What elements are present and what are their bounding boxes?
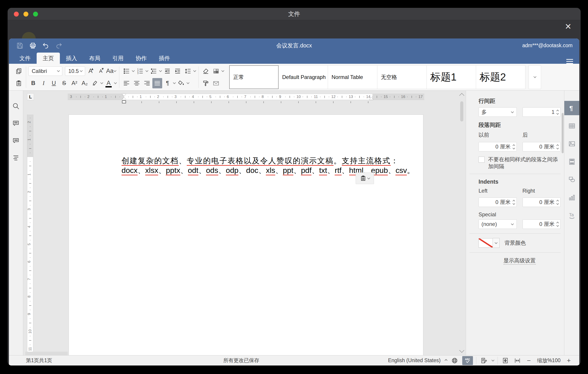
special-indent-spinner[interactable]: 0 厘米	[523, 220, 561, 229]
align-center-button[interactable]	[132, 78, 142, 88]
nonprinting-chars-button[interactable]: ¶	[163, 78, 172, 88]
tab-插入[interactable]: 插入	[60, 53, 83, 64]
tab-文件[interactable]: 文件	[13, 53, 37, 64]
highlight-dropdown-icon[interactable]	[100, 81, 103, 84]
numbered-list-button[interactable]: 123	[135, 66, 145, 76]
paragraph-line-1[interactable]: 创建复杂的文档、专业的电子表格以及令人赞叹的演示文稿。支持主流格式：	[122, 156, 399, 166]
scroll-down-icon[interactable]	[459, 348, 464, 353]
vertical-ruler[interactable]: 211234567891011	[27, 113, 33, 351]
copy-button[interactable]	[14, 66, 24, 76]
indent-right-spinner[interactable]: 0 厘米	[523, 198, 561, 207]
subscript-button[interactable]: A₂	[80, 78, 90, 88]
set-language-globe-icon[interactable]	[450, 356, 459, 365]
spacing-after-spinner[interactable]: 0 厘米	[523, 142, 561, 152]
fit-page-icon[interactable]	[501, 356, 510, 365]
header-footer-icon[interactable]	[564, 154, 579, 169]
shading-dropdown-icon[interactable]	[187, 81, 189, 84]
special-indent-select[interactable]: (none)	[479, 220, 517, 229]
shape-icon[interactable]	[564, 173, 579, 187]
comment-icon[interactable]	[12, 120, 21, 128]
style-item[interactable]: 无空格	[377, 65, 427, 89]
tab-布局[interactable]: 布局	[83, 53, 106, 64]
bullet-list-dropdown-icon[interactable]	[132, 69, 135, 72]
spacing-before-spinner[interactable]: 0 厘米	[479, 142, 517, 152]
menu-hamburger-icon[interactable]	[566, 58, 574, 65]
font-name-select[interactable]: Calibri	[28, 66, 62, 76]
track-changes-dropdown-icon[interactable]	[492, 359, 494, 362]
zoom-out-button[interactable]: −	[525, 357, 533, 364]
font-color-dropdown-icon[interactable]	[114, 81, 117, 84]
language-caret-icon[interactable]	[445, 359, 448, 362]
mail-merge-button[interactable]	[211, 78, 221, 88]
increase-indent-button[interactable]	[173, 66, 182, 76]
style-item[interactable]: 正常	[229, 65, 279, 89]
style-item[interactable]: Normal Table	[328, 65, 377, 89]
style-item[interactable]: 标题1	[427, 65, 476, 89]
first-line-indent-marker[interactable]	[122, 94, 126, 96]
track-changes-icon[interactable]	[479, 356, 488, 365]
highlight-color-button[interactable]	[90, 78, 100, 88]
superscript-button[interactable]: A²	[70, 78, 79, 88]
color-scheme-dropdown-icon[interactable]	[221, 69, 224, 72]
shading-button[interactable]	[176, 78, 186, 88]
text-art-icon[interactable]: Ta	[564, 208, 579, 222]
font-color-button[interactable]: A	[104, 78, 114, 88]
clear-style-button[interactable]	[201, 66, 211, 76]
image-icon[interactable]	[564, 137, 579, 151]
align-justify-button[interactable]	[152, 78, 162, 88]
underline-button[interactable]: U	[49, 78, 59, 88]
color-scheme-button[interactable]	[211, 66, 221, 76]
paste-options-button[interactable]	[356, 173, 374, 184]
strikethrough-button[interactable]: S	[59, 78, 69, 88]
styles-gallery-expand-button[interactable]	[529, 65, 541, 89]
right-indent-marker[interactable]	[369, 97, 373, 100]
hanging-indent-marker[interactable]	[122, 97, 126, 100]
italic-button[interactable]: I	[39, 78, 49, 88]
indent-left-spinner[interactable]: 0 厘米	[479, 198, 517, 207]
line-spacing-button[interactable]	[183, 66, 193, 76]
table-icon[interactable]	[564, 119, 579, 133]
line-spacing-dropdown-icon[interactable]	[193, 69, 196, 72]
paragraph-settings-icon[interactable]: ¶	[564, 101, 579, 115]
font-size-select[interactable]: 10.5	[65, 66, 85, 76]
numbered-list-dropdown-icon[interactable]	[146, 69, 148, 72]
tab-协作[interactable]: 协作	[130, 53, 153, 64]
document-page[interactable]: 创建复杂的文档、专业的电子表格以及令人赞叹的演示文稿。支持主流格式： docx、…	[69, 115, 423, 355]
background-color-dropdown-icon[interactable]	[493, 238, 500, 248]
chat-icon[interactable]	[12, 137, 21, 145]
chart-icon[interactable]	[564, 190, 579, 205]
horizontal-ruler[interactable]: 3211234567891011121314151617	[23, 94, 466, 100]
copy-style-button[interactable]	[201, 78, 211, 88]
zoom-in-button[interactable]: +	[565, 357, 573, 364]
tab-主页[interactable]: 主页	[37, 53, 60, 64]
decrease-indent-button[interactable]	[162, 66, 172, 76]
background-color-swatch[interactable]	[479, 238, 493, 248]
fit-width-icon[interactable]	[513, 356, 522, 365]
align-left-button[interactable]	[122, 78, 131, 88]
multilevel-list-dropdown-icon[interactable]	[159, 69, 162, 72]
no-space-same-style-checkbox[interactable]	[479, 157, 484, 163]
document-scrollbar[interactable]	[459, 92, 465, 354]
increase-font-button[interactable]: A▲	[85, 66, 95, 76]
mail-merge-icon[interactable]	[564, 226, 579, 241]
horizontal-scrollbar[interactable]	[25, 352, 68, 355]
line-spacing-value-spinner[interactable]: 1	[523, 107, 561, 117]
multilevel-list-button[interactable]	[149, 66, 159, 76]
bold-button[interactable]: B	[28, 78, 38, 88]
line-spacing-select[interactable]: 多	[479, 107, 517, 117]
navigation-icon[interactable]	[12, 154, 21, 162]
change-case-button[interactable]: Aa	[106, 66, 116, 76]
tab-引用[interactable]: 引用	[106, 53, 130, 64]
scrollbar-thumb[interactable]	[460, 101, 463, 121]
decrease-font-button[interactable]: A▼	[96, 66, 106, 76]
style-item[interactable]: Default Paragraph	[279, 65, 328, 89]
panel-scrollbar-thumb[interactable]	[562, 113, 564, 153]
spellcheck-icon[interactable]: ABC	[462, 356, 473, 365]
tab-插件[interactable]: 插件	[153, 53, 176, 64]
paste-button[interactable]	[14, 78, 24, 88]
close-icon[interactable]: ✕	[563, 21, 574, 32]
scroll-up-icon[interactable]	[459, 93, 464, 98]
nonprinting-dropdown-icon[interactable]	[173, 81, 176, 84]
advanced-settings-link[interactable]: 显示高级设置	[504, 257, 536, 265]
left-indent-marker[interactable]	[122, 100, 126, 103]
